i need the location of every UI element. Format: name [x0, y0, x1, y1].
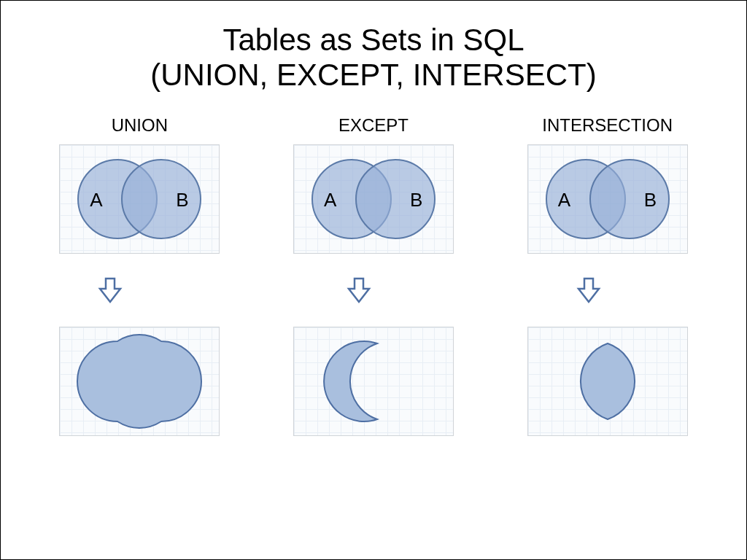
title-line-2: (UNION, EXCEPT, INTERSECT) — [150, 58, 596, 92]
down-arrow-icon — [343, 274, 375, 309]
down-arrow-icon — [94, 274, 126, 309]
down-arrow-icon — [573, 274, 605, 309]
result-panel-union — [59, 327, 220, 436]
set-label-a: A — [324, 189, 336, 211]
column-union: UNION A B — [30, 115, 249, 436]
circle-b — [121, 159, 201, 239]
lens-shape-icon — [535, 330, 681, 432]
union-shape-icon — [66, 330, 212, 432]
title-line-1: Tables as Sets in SQL — [222, 23, 524, 57]
result-panel-intersection — [527, 327, 688, 436]
column-except: EXCEPT A B — [264, 115, 484, 436]
venn-panel-intersection: A B — [527, 144, 688, 254]
slide-title: Tables as Sets in SQL (UNION, EXCEPT, IN… — [30, 23, 717, 93]
circle-b — [589, 159, 670, 239]
set-label-b: B — [644, 189, 657, 211]
label-except: EXCEPT — [338, 115, 409, 136]
label-union: UNION — [112, 115, 168, 136]
result-panel-except — [293, 327, 454, 436]
venn-diagram: A B — [74, 155, 205, 243]
label-intersection: INTERSECTION — [542, 115, 673, 136]
set-label-a: A — [558, 189, 570, 211]
crescent-shape-icon — [301, 330, 446, 432]
venn-panel-except: A B — [293, 144, 454, 254]
venn-diagram: A B — [308, 155, 439, 243]
set-label-b: B — [410, 189, 422, 211]
column-intersection: INTERSECTION A B — [498, 115, 717, 436]
set-label-a: A — [90, 189, 102, 211]
set-label-b: B — [176, 189, 188, 211]
circle-b — [355, 159, 436, 239]
venn-diagram: A B — [542, 155, 673, 243]
columns: UNION A B EXCEP — [30, 115, 717, 436]
slide: Tables as Sets in SQL (UNION, EXCEPT, IN… — [1, 1, 746, 559]
venn-panel-union: A B — [59, 144, 220, 254]
